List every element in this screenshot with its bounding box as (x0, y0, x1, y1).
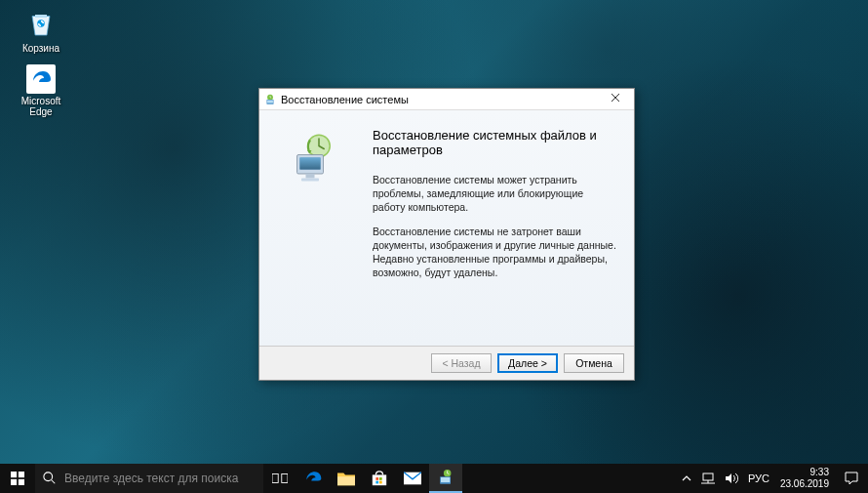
tray-volume[interactable] (720, 464, 743, 493)
svg-rect-24 (379, 481, 382, 484)
edge-icon[interactable]: Microsoft Edge (12, 64, 70, 117)
dialog-title: Восстановление системы (277, 94, 601, 105)
network-icon (701, 472, 715, 484)
system-restore-dialog: Восстановление системы (258, 88, 635, 381)
dialog-paragraph-1: Восстановление системы может устранить п… (373, 173, 616, 215)
svg-rect-10 (306, 174, 315, 179)
task-view-button[interactable] (263, 464, 296, 493)
tray-clock[interactable]: 9:33 23.06.2019 (774, 467, 835, 490)
tray-overflow[interactable] (677, 464, 696, 493)
restore-titlebar-icon (263, 93, 277, 106)
svg-rect-20 (337, 476, 355, 485)
edge-label: Microsoft Edge (21, 96, 61, 117)
close-button[interactable] (601, 91, 630, 108)
restore-taskbar-icon (436, 468, 455, 487)
taskbar-mail[interactable] (396, 464, 429, 493)
volume-icon (725, 472, 738, 484)
store-icon (371, 470, 388, 487)
svg-rect-9 (300, 158, 321, 170)
dialog-titlebar[interactable]: Восстановление системы (259, 89, 634, 110)
clock-time: 9:33 (780, 467, 829, 478)
recycle-bin-icon[interactable]: Корзина (12, 6, 70, 54)
svg-rect-21 (375, 477, 378, 480)
desktop[interactable]: Корзина Microsoft Edge Восстановление си… (0, 0, 868, 464)
svg-rect-22 (379, 477, 382, 480)
svg-rect-11 (301, 179, 319, 182)
taskbar-store[interactable] (363, 464, 396, 493)
svg-line-17 (52, 480, 56, 484)
edge-taskbar-icon (303, 469, 323, 488)
chevron-up-icon (682, 473, 691, 483)
svg-point-16 (44, 472, 53, 481)
next-button[interactable]: Далее > (497, 353, 558, 373)
cancel-button[interactable]: Отмена (564, 353, 624, 373)
svg-rect-18 (272, 474, 278, 483)
recycle-bin-label: Корзина (22, 43, 59, 54)
svg-rect-28 (441, 477, 450, 482)
dialog-heading: Восстановление системных файлов и параме… (373, 128, 616, 157)
svg-rect-23 (375, 481, 378, 484)
back-button: < Назад (431, 353, 492, 373)
start-button[interactable] (0, 464, 35, 493)
clock-date: 23.06.2019 (780, 478, 829, 490)
task-view-icon (272, 472, 288, 485)
taskbar-edge[interactable] (296, 464, 330, 493)
svg-rect-19 (282, 474, 288, 483)
taskbar: Введите здесь текст для поиска (0, 464, 868, 493)
close-icon (611, 93, 620, 103)
tray-network[interactable] (696, 464, 720, 493)
dialog-footer: < Назад Далее > Отмена (259, 347, 634, 380)
svg-rect-12 (11, 472, 17, 477)
windows-logo-icon (11, 472, 24, 485)
taskbar-system-restore[interactable] (429, 464, 462, 493)
mail-icon (404, 472, 421, 485)
search-icon (43, 472, 57, 485)
search-placeholder: Введите здесь текст для поиска (64, 472, 238, 485)
svg-rect-14 (11, 479, 17, 485)
svg-rect-29 (703, 473, 713, 480)
system-restore-icon (284, 130, 342, 188)
search-input[interactable]: Введите здесь текст для поиска (35, 464, 263, 493)
dialog-paragraph-2: Восстановление системы не затронет ваши … (373, 225, 616, 280)
notification-icon (845, 472, 858, 485)
svg-rect-3 (267, 100, 273, 103)
taskbar-file-explorer[interactable] (330, 464, 363, 493)
folder-icon (337, 471, 355, 486)
svg-rect-15 (19, 479, 24, 485)
tray-language[interactable]: РУС (743, 464, 774, 493)
action-center-button[interactable] (835, 464, 868, 493)
svg-rect-13 (19, 472, 24, 477)
